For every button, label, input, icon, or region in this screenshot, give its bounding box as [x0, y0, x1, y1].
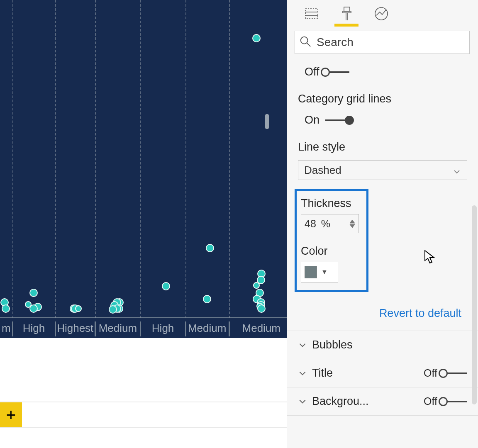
line-style-value: Dashed: [304, 164, 341, 177]
bubble-point[interactable]: [2, 304, 10, 313]
thickness-unit: %: [321, 218, 330, 230]
chevron-down-icon: [453, 166, 461, 174]
format-tab[interactable]: [337, 4, 356, 23]
bubble-point[interactable]: [29, 304, 38, 313]
chevron-down-icon: [298, 397, 307, 406]
bubble-point[interactable]: [206, 244, 214, 252]
pane-scrollbar-thumb[interactable]: [472, 205, 477, 404]
svg-marker-11: [350, 224, 355, 228]
line-style-label: Line style: [287, 131, 478, 158]
svg-line-9: [307, 43, 310, 46]
category-gridline: [229, 0, 230, 318]
category-gridlines-toggle[interactable]: On: [305, 114, 467, 127]
category-gridline: [140, 0, 141, 318]
format-search-input[interactable]: [317, 36, 465, 49]
format-pane-tabs: [287, 0, 478, 27]
color-label: Color: [301, 245, 362, 258]
spinner-arrows[interactable]: [349, 219, 355, 228]
svg-rect-3: [344, 7, 350, 11]
title-section[interactable]: Title Off: [287, 359, 478, 387]
x-axis-tick-label: Highest: [57, 322, 93, 335]
bubble-point[interactable]: [29, 289, 38, 297]
thickness-label: Thickness: [301, 197, 362, 210]
fields-tab[interactable]: [302, 4, 321, 23]
svg-point-8: [301, 37, 308, 44]
search-icon: [299, 35, 317, 49]
x-axis-tick-label: High: [23, 322, 45, 335]
bubble-point[interactable]: [257, 304, 266, 313]
scrollbar-thumb[interactable]: [265, 114, 269, 129]
chevron-down-icon: ▼: [321, 268, 328, 276]
x-axis-tick-label: m: [2, 322, 11, 335]
thickness-value: 48: [305, 218, 316, 230]
previous-section-toggle[interactable]: Off: [305, 66, 467, 78]
title-toggle[interactable]: Off: [424, 367, 467, 379]
add-page-tab[interactable]: +: [0, 402, 22, 427]
svg-rect-0: [305, 9, 318, 19]
x-axis-tick-label: Medium: [99, 322, 137, 335]
category-gridline: [95, 0, 96, 318]
thickness-spinner[interactable]: 48 %: [301, 214, 359, 233]
bubble-point[interactable]: [253, 282, 260, 289]
x-axis-tick-label: High: [152, 322, 174, 335]
color-picker[interactable]: ▼: [301, 262, 338, 282]
format-search[interactable]: [295, 31, 470, 54]
color-swatch-preview: [305, 266, 317, 278]
background-toggle[interactable]: Off: [424, 395, 467, 407]
line-style-select[interactable]: Dashed: [298, 160, 467, 180]
thickness-color-highlight: Thickness 48 % Color ▼: [295, 189, 368, 292]
scatter-chart-visual[interactable]: mHighHighestMediumHighMediumMedium: [0, 0, 294, 338]
svg-marker-10: [350, 220, 355, 223]
format-accordion: Bubbles Title Off Backgrou.: [287, 331, 478, 416]
revert-to-default-link[interactable]: Revert to default: [379, 307, 461, 319]
analytics-tab[interactable]: [372, 4, 391, 23]
toggle-label: Off: [305, 66, 319, 78]
svg-rect-4: [343, 11, 351, 13]
bubble-point[interactable]: [203, 295, 211, 303]
chevron-down-icon: [298, 369, 307, 378]
chart-scrollbar[interactable]: [265, 0, 269, 338]
format-pane: Off Category grid lines On Line style Da…: [287, 0, 478, 448]
category-gridlines-label: Category grid lines: [287, 83, 478, 110]
bubble-point[interactable]: [109, 305, 117, 314]
report-canvas: mHighHighestMediumHighMediumMedium +: [0, 0, 287, 448]
category-gridline: [12, 0, 13, 318]
x-axis-tick-label: Medium: [242, 322, 280, 335]
toggle-label: On: [305, 114, 319, 127]
category-gridline: [55, 0, 56, 318]
x-axis-labels: mHighHighestMediumHighMediumMedium: [0, 318, 293, 338]
bubble-point[interactable]: [162, 282, 170, 290]
bubble-point[interactable]: [252, 34, 261, 42]
category-gridline: [185, 0, 186, 318]
x-axis-tick-label: Medium: [188, 322, 226, 335]
chevron-down-icon: [298, 341, 307, 350]
bubble-point[interactable]: [75, 305, 82, 312]
bubbles-section[interactable]: Bubbles: [287, 331, 478, 359]
background-section[interactable]: Backgrou... Off: [287, 387, 478, 416]
